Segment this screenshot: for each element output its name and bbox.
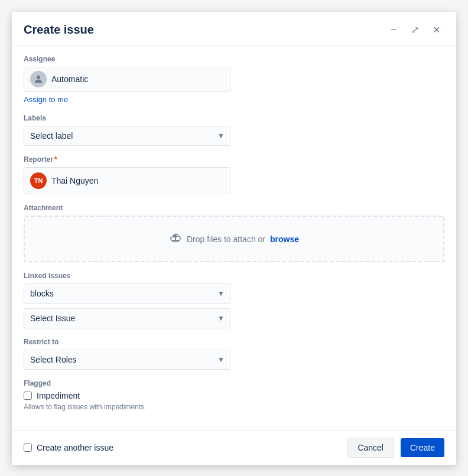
upload-icon (169, 231, 182, 247)
reporter-avatar: TN (30, 172, 47, 189)
attachment-group: Attachment Drop files to attach or brows… (24, 204, 444, 262)
impediment-checkbox[interactable] (24, 392, 32, 400)
svg-point-0 (37, 76, 40, 79)
modal-body: Assignee Automatic Assign to me Labels (12, 45, 456, 430)
assignee-group: Assignee Automatic Assign to me (24, 55, 444, 105)
assignee-field[interactable]: Automatic (24, 67, 230, 92)
assign-to-me-link[interactable]: Assign to me (24, 95, 68, 104)
impediment-checkbox-label[interactable]: Impediment (37, 391, 80, 400)
attachment-label: Attachment (24, 204, 444, 212)
modal-title: Create issue (24, 23, 94, 37)
blocks-select-wrapper: blocks is blocked by clones is cloned by… (24, 283, 230, 304)
reporter-field: TN Thai Nguyen (24, 167, 230, 194)
browse-link[interactable]: browse (270, 234, 299, 244)
roles-select[interactable]: Select Roles Administrator Developer Vie… (24, 350, 230, 370)
labels-label: Labels (24, 114, 444, 122)
create-issue-modal: Create issue − ⤢ ✕ Assignee (12, 12, 456, 465)
drop-text: Drop files to attach or (187, 234, 265, 244)
reporter-group: Reporter* TN Thai Nguyen (24, 155, 444, 194)
create-button[interactable]: Create (401, 438, 444, 457)
minimize-button[interactable]: − (385, 21, 402, 38)
assignee-label: Assignee (24, 55, 444, 63)
create-another-group: Create another issue (24, 443, 113, 452)
create-another-label[interactable]: Create another issue (37, 443, 113, 452)
expand-button[interactable]: ⤢ (407, 21, 423, 38)
blocks-select[interactable]: blocks is blocked by clones is cloned by… (24, 283, 230, 304)
create-another-checkbox[interactable] (24, 444, 32, 452)
modal-footer: Create another issue Cancel Create (12, 430, 456, 465)
labels-select-wrapper: Select label Bug Enhancement Feature Tas… (24, 126, 230, 146)
labels-group: Labels Select label Bug Enhancement Feat… (24, 114, 444, 146)
linked-issues-selects: blocks is blocked by clones is cloned by… (24, 283, 444, 328)
attachment-dropzone[interactable]: Drop files to attach or browse (24, 216, 444, 262)
roles-select-wrapper: Select Roles Administrator Developer Vie… (24, 350, 230, 370)
linked-issues-label: Linked Issues (24, 272, 444, 280)
restrict-to-group: Restrict to Select Roles Administrator D… (24, 338, 444, 370)
assignee-icon (30, 71, 47, 87)
modal-header: Create issue − ⤢ ✕ (12, 12, 456, 45)
impediment-row: Impediment (24, 391, 444, 400)
linked-issues-group: Linked Issues blocks is blocked by clone… (24, 272, 444, 328)
footer-left: Create another issue (24, 443, 340, 452)
reporter-value: Thai Nguyen (51, 176, 98, 185)
flagged-label: Flagged (24, 379, 444, 387)
flagged-group: Flagged Impediment Allows to flag issues… (24, 379, 444, 411)
labels-select[interactable]: Select label Bug Enhancement Feature Tas… (24, 126, 230, 146)
reporter-label: Reporter* (24, 155, 444, 164)
assignee-value: Automatic (51, 74, 88, 84)
issue-select[interactable]: Select Issue (24, 308, 230, 328)
header-actions: − ⤢ ✕ (385, 21, 444, 38)
cancel-button[interactable]: Cancel (347, 438, 394, 458)
impediment-hint: Allows to flag issues with impediments. (24, 403, 444, 411)
issue-select-wrapper: Select Issue ▼ (24, 308, 230, 328)
restrict-to-label: Restrict to (24, 338, 444, 346)
close-button[interactable]: ✕ (428, 21, 444, 38)
